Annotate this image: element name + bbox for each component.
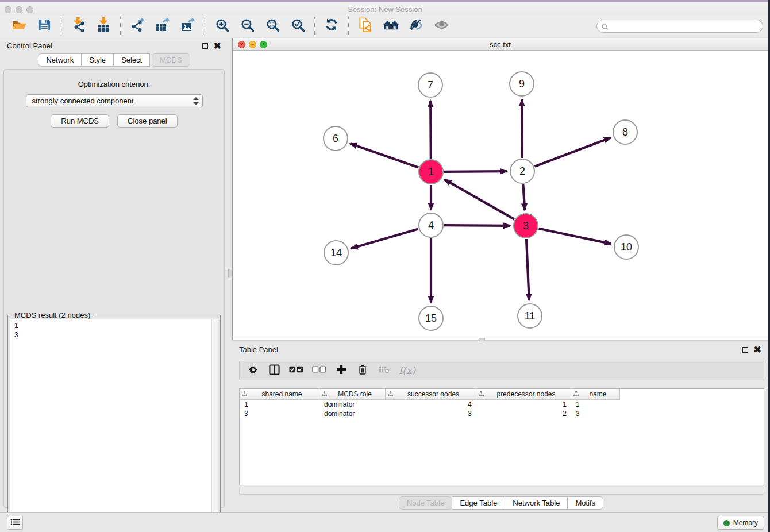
svg-text:2: 2 xyxy=(519,165,525,177)
export-network-button[interactable] xyxy=(126,16,149,36)
select-all-columns-button[interactable] xyxy=(289,364,303,377)
table-row[interactable]: 1dominator411 xyxy=(240,400,764,409)
column-header-name[interactable]: name xyxy=(571,389,620,400)
graph-node-3[interactable]: 3 xyxy=(514,214,538,238)
delete-entry-button[interactable] xyxy=(356,364,369,377)
graph-node-11[interactable]: 11 xyxy=(518,304,542,328)
mcds-result-scrollbar[interactable] xyxy=(211,319,218,531)
graph-node-4[interactable]: 4 xyxy=(419,213,443,237)
table-horizontal-scrollbar[interactable] xyxy=(239,487,764,495)
attribute-icon xyxy=(479,390,484,398)
table-cell[interactable]: 1 xyxy=(240,400,319,409)
graph-node-2[interactable]: 2 xyxy=(510,159,534,183)
network-from-file-button[interactable] xyxy=(354,16,377,36)
table-row[interactable]: 3dominator323 xyxy=(240,409,764,418)
home-button[interactable] xyxy=(379,16,402,36)
tab-style[interactable]: Style xyxy=(81,53,114,67)
control-panel-header: Control Panel ✖ xyxy=(0,38,228,52)
export-table-button[interactable] xyxy=(151,16,174,36)
graph-node-1[interactable]: 1 xyxy=(419,160,443,184)
tab-node-table[interactable]: Node Table xyxy=(399,496,453,510)
graph-node-14[interactable]: 14 xyxy=(324,241,348,265)
table-cell[interactable]: 3 xyxy=(571,409,620,418)
edge-2-9[interactable] xyxy=(522,99,522,158)
tab-edge-table[interactable]: Edge Table xyxy=(452,496,505,510)
search-input[interactable] xyxy=(596,20,763,33)
main-toolbar xyxy=(0,15,770,37)
column-header-successor-nodes[interactable]: successor nodes xyxy=(386,389,476,400)
graph-node-15[interactable]: 15 xyxy=(419,306,443,330)
zoom-selected-button[interactable] xyxy=(286,16,309,36)
criterion-select[interactable]: strongly connected component xyxy=(26,94,203,107)
edge-1-2[interactable] xyxy=(444,171,507,172)
column-header-MCDS-role[interactable]: MCDS role xyxy=(319,389,386,400)
attribute-icon xyxy=(573,390,579,398)
svg-text:1: 1 xyxy=(428,166,434,178)
table-settings-button[interactable] xyxy=(247,364,259,377)
close-panel-icon[interactable]: ✖ xyxy=(214,43,221,49)
network-canvas[interactable]: 1234678910111415 xyxy=(233,51,768,340)
zoom-fit-button[interactable] xyxy=(261,16,284,36)
export-image-button[interactable] xyxy=(176,16,199,36)
edge-4-14[interactable] xyxy=(351,229,418,248)
edge-3-11[interactable] xyxy=(526,239,529,300)
zoom-in-button[interactable] xyxy=(210,16,233,36)
hide-annotations-icon xyxy=(409,18,424,34)
hide-annotations-button[interactable] xyxy=(405,16,428,36)
close-panel-button[interactable]: Close panel xyxy=(117,114,178,128)
table-cell[interactable]: 4 xyxy=(386,400,476,409)
table-cell[interactable]: 3 xyxy=(240,409,319,418)
edge-3-10[interactable] xyxy=(539,229,611,244)
edge-1-7[interactable] xyxy=(430,101,431,159)
split-divider-grip-bottom[interactable] xyxy=(479,338,485,341)
table-cell[interactable]: 1 xyxy=(476,400,571,409)
save-session-button[interactable] xyxy=(33,16,56,36)
zoom-out-button[interactable] xyxy=(236,16,259,36)
split-divider-grip-left[interactable] xyxy=(228,269,232,277)
table-cell[interactable]: 2 xyxy=(476,409,571,418)
open-session-button[interactable] xyxy=(7,16,30,36)
edge-1-6[interactable] xyxy=(351,144,419,168)
run-mcds-button[interactable]: Run MCDS xyxy=(51,114,109,128)
refresh-network-button[interactable] xyxy=(320,16,343,36)
tab-network[interactable]: Network xyxy=(38,53,82,67)
table-cell[interactable]: 3 xyxy=(386,409,476,418)
graph-node-8[interactable]: 8 xyxy=(613,120,637,144)
table-cell[interactable]: 1 xyxy=(571,400,620,409)
import-network-button[interactable] xyxy=(67,16,90,36)
graph-node-6[interactable]: 6 xyxy=(324,126,348,151)
column-layout-button[interactable] xyxy=(268,364,280,377)
float-panel-icon[interactable] xyxy=(202,43,208,49)
task-history-button[interactable] xyxy=(7,516,23,530)
table-cell[interactable]: dominator xyxy=(319,400,386,409)
column-header-predecessor-nodes[interactable]: predecessor nodes xyxy=(476,389,571,400)
import-table-button[interactable] xyxy=(92,16,115,36)
close-table-panel-icon[interactable]: ✖ xyxy=(754,347,761,353)
graph-node-10[interactable]: 10 xyxy=(614,235,638,259)
add-entry-button[interactable] xyxy=(335,364,348,377)
edge-2-8[interactable] xyxy=(535,138,611,167)
toggle-graphics-button[interactable] xyxy=(430,16,453,36)
open-session-icon xyxy=(11,18,27,34)
tab-motifs[interactable]: Motifs xyxy=(567,496,603,510)
memory-button[interactable]: Memory xyxy=(717,516,764,530)
column-header-shared-name[interactable]: shared name xyxy=(240,389,319,400)
edge-4-3[interactable] xyxy=(444,225,510,226)
toolbar-group xyxy=(2,16,61,36)
tab-mcds[interactable]: MCDS xyxy=(152,53,190,67)
tab-network-table[interactable]: Network Table xyxy=(505,496,568,510)
float-table-panel-icon[interactable] xyxy=(742,347,748,353)
edge-2-3[interactable] xyxy=(523,184,525,210)
graph-node-7[interactable]: 7 xyxy=(418,73,442,97)
graph-node-9[interactable]: 9 xyxy=(510,72,534,96)
edge-3-1[interactable] xyxy=(445,179,515,219)
control-panel: Control Panel ✖ NetworkStyleSelectMCDS O… xyxy=(0,38,228,511)
mcds-result-textarea[interactable]: 1 3 xyxy=(10,319,218,532)
toolbar-group xyxy=(315,16,348,36)
network-graph[interactable]: 1234678910111415 xyxy=(233,51,768,340)
tab-select[interactable]: Select xyxy=(113,53,150,67)
select-all-columns-icon xyxy=(289,365,303,376)
deselect-all-columns-button[interactable] xyxy=(312,364,326,377)
table-cell[interactable]: dominator xyxy=(319,409,386,418)
node-table[interactable]: shared nameMCDS rolesuccessor nodesprede… xyxy=(239,388,764,485)
